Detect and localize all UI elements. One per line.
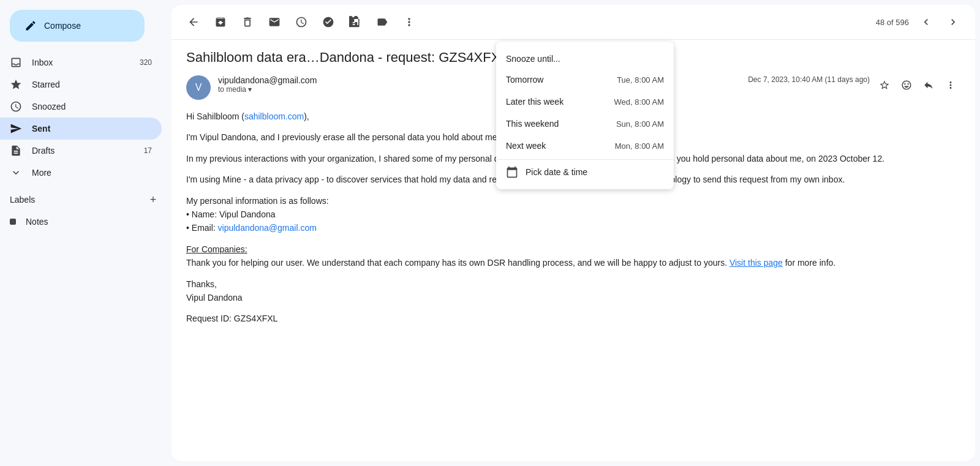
thanks-paragraph: Thanks, Vipul Dandona (186, 277, 960, 305)
starred-label: Starred (32, 80, 152, 89)
snooze-tomorrow-time: Tue, 8:00 AM (617, 75, 664, 85)
companies-section: For Companies: Thank you for helping our… (186, 242, 960, 270)
email-link[interactable]: vipuldandona@gmail.com (218, 223, 317, 233)
snooze-icon (295, 16, 307, 28)
drafts-label: Drafts (32, 146, 134, 156)
snooze-later-week-time: Wed, 8:00 AM (614, 97, 664, 107)
label-icon (376, 16, 388, 28)
snooze-next-week-label: Next week (506, 141, 546, 151)
snooze-weekend[interactable]: This weekend Sun, 8:00 AM (496, 113, 674, 135)
snooze-title: Snooze until... (496, 47, 674, 69)
back-icon (187, 16, 200, 28)
star-email-button[interactable] (875, 75, 894, 95)
drafts-icon (10, 145, 22, 157)
delete-icon (241, 16, 254, 28)
visit-page-link[interactable]: Visit this page (729, 258, 783, 268)
star-icon (10, 78, 22, 91)
sidebar-item-inbox[interactable]: Inbox 320 (0, 51, 162, 73)
main-content: 48 of 596 Sahilbloom data era…Dandona - … (172, 5, 975, 461)
star-email-icon (879, 80, 890, 91)
more-options-icon (403, 16, 415, 28)
sahilbloom-link[interactable]: sahilbloom.com (244, 111, 304, 121)
snoozed-icon (10, 100, 22, 113)
email-time: Dec 7, 2023, 10:40 AM (11 days ago) (748, 75, 870, 84)
snooze-next-week-time: Mon, 8:00 AM (615, 141, 664, 151)
notes-label-icon (10, 219, 16, 225)
sidebar: Compose Inbox 320 Starred Snoozed (0, 0, 172, 466)
for-companies-header: For Companies: (186, 244, 247, 254)
sidebar-item-sent[interactable]: Sent (0, 118, 162, 140)
archive-button[interactable] (208, 10, 233, 34)
reply-icon (923, 80, 934, 91)
calendar-icon (506, 166, 518, 178)
prev-email-button[interactable] (914, 10, 938, 34)
reply-button[interactable] (919, 75, 938, 95)
mark-unread-button[interactable] (262, 10, 287, 34)
snoozed-label: Snoozed (32, 102, 152, 111)
more-options-button[interactable] (397, 10, 421, 34)
sidebar-item-drafts[interactable]: Drafts 17 (0, 140, 162, 162)
snooze-pick-label: Pick date & time (526, 167, 587, 177)
move-icon (349, 16, 361, 28)
sender-avatar: V (186, 75, 211, 100)
sidebar-item-starred[interactable]: Starred (0, 73, 162, 96)
email-toolbar: 48 of 596 (172, 5, 975, 40)
sent-icon (10, 122, 22, 135)
compose-icon (24, 20, 37, 32)
sidebar-item-more[interactable]: More (0, 162, 162, 184)
sidebar-item-notes[interactable]: Notes (0, 211, 162, 233)
snooze-weekend-label: This weekend (506, 119, 559, 129)
app-container: Compose Inbox 320 Starred Snoozed (0, 0, 980, 466)
more-label: More (32, 168, 152, 178)
snooze-button[interactable] (289, 10, 314, 34)
snooze-dropdown: Snooze until... Tomorrow Tue, 8:00 AM La… (496, 42, 674, 189)
snooze-tomorrow-label: Tomorrow (506, 75, 543, 85)
emoji-icon (901, 80, 912, 91)
archive-icon (214, 16, 227, 28)
compose-button[interactable]: Compose (10, 10, 145, 42)
snooze-weekend-time: Sun, 8:00 AM (616, 119, 664, 129)
snooze-tomorrow[interactable]: Tomorrow Tue, 8:00 AM (496, 69, 674, 91)
more-icon (10, 167, 22, 179)
inbox-label: Inbox (32, 58, 130, 67)
done-button[interactable] (316, 10, 341, 34)
pagination-info: 48 of 596 (876, 18, 909, 27)
personal-info-header: My personal information is as follows: •… (186, 194, 960, 235)
notes-label: Notes (26, 217, 48, 227)
add-label-button[interactable]: + (145, 191, 162, 208)
next-email-button[interactable] (941, 10, 965, 34)
request-id-paragraph: Request ID: GZS4XFXL (186, 312, 960, 325)
more-email-options-button[interactable] (941, 75, 960, 95)
mark-unread-icon (268, 16, 281, 28)
sent-label: Sent (32, 124, 152, 133)
sidebar-item-snoozed[interactable]: Snoozed (0, 96, 162, 118)
inbox-icon (10, 56, 22, 69)
snooze-later-week[interactable]: Later this week Wed, 8:00 AM (496, 91, 674, 113)
drafts-count: 17 (144, 146, 152, 155)
inbox-count: 320 (140, 58, 152, 67)
done-icon (322, 16, 334, 28)
emoji-button[interactable] (897, 75, 916, 95)
next-icon (947, 16, 959, 28)
snooze-pick-datetime[interactable]: Pick date & time (496, 159, 674, 184)
back-button[interactable] (181, 10, 206, 34)
snooze-next-week[interactable]: Next week Mon, 8:00 AM (496, 135, 674, 157)
more-email-icon (945, 80, 956, 91)
prev-icon (920, 16, 932, 28)
move-to-button[interactable] (343, 10, 368, 34)
email-action-buttons (875, 75, 960, 95)
snooze-later-week-label: Later this week (506, 97, 564, 107)
labels-section-header: Labels + (0, 184, 172, 211)
delete-button[interactable] (235, 10, 260, 34)
label-button[interactable] (370, 10, 394, 34)
